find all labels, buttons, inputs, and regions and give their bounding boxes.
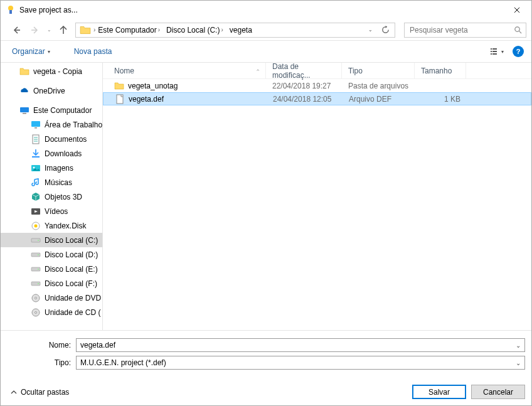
tree-item[interactable]: Vídeos xyxy=(1,204,102,218)
file-type: Arquivo DEF xyxy=(343,95,415,104)
file-date: 24/04/2018 12:05 xyxy=(267,95,343,104)
search-input[interactable] xyxy=(408,25,514,35)
view-options-button[interactable]: ▾ xyxy=(489,45,505,58)
column-name[interactable]: Nome^ xyxy=(103,63,266,78)
new-folder-button[interactable]: Nova pasta xyxy=(70,45,116,58)
svg-rect-4 xyxy=(492,48,497,50)
chevron-down-icon[interactable]: ⌄ xyxy=(516,342,521,349)
breadcrumb-segment[interactable]: Este Computador› xyxy=(95,24,162,36)
tree-item-label: Objetos 3D xyxy=(45,193,82,201)
navigation-bar: ⌄ › Este Computador› Disco Local (C:)› v… xyxy=(1,19,531,41)
tree-item[interactable]: Este Computador xyxy=(1,103,102,117)
tree-item-label: Yandex.Disk xyxy=(45,222,86,230)
search-box[interactable] xyxy=(404,23,526,38)
svg-rect-26 xyxy=(31,282,40,286)
disk-icon xyxy=(31,250,41,260)
search-icon xyxy=(514,26,522,34)
tree-item[interactable]: Disco Local (C:) xyxy=(1,233,102,247)
tree-item-label: Área de Trabalho xyxy=(45,120,102,129)
tree-item[interactable]: Músicas xyxy=(1,175,102,190)
pc-icon xyxy=(19,105,29,115)
svg-point-31 xyxy=(35,311,37,313)
hide-folders-button[interactable]: Ocultar pastas xyxy=(7,388,69,397)
organize-button[interactable]: Organizar ▾ xyxy=(8,45,54,58)
svg-point-2 xyxy=(515,27,519,31)
file-type: Pasta de arquivos xyxy=(342,82,415,90)
svg-rect-5 xyxy=(491,51,492,52)
cancel-button[interactable]: Cancelar xyxy=(471,385,525,399)
tree-item[interactable]: Área de Trabalho xyxy=(1,117,102,132)
tree-item[interactable]: Disco Local (D:) xyxy=(1,247,102,262)
tree-item[interactable]: Imagens xyxy=(1,161,102,175)
toolbar: Organizar ▾ Nova pasta ▾ ? xyxy=(1,41,531,62)
file-size: 1 KB xyxy=(415,95,467,104)
tree-item-label: Downloads xyxy=(45,149,82,158)
svg-rect-24 xyxy=(31,267,40,271)
folder-icon xyxy=(80,24,91,36)
tree-item-label: Disco Local (D:) xyxy=(45,250,98,259)
tree-item[interactable]: Documentos xyxy=(1,132,102,146)
tree-item-label: OneDrive xyxy=(33,87,65,95)
bottom-panel: Nome: vegeta.def ⌄ Tipo: M.U.G.E.N. proj… xyxy=(1,330,531,405)
chevron-right-icon: › xyxy=(221,26,223,33)
filename-input[interactable]: vegeta.def ⌄ xyxy=(76,338,525,352)
column-type[interactable]: Tipo xyxy=(342,63,415,78)
breadcrumb-segment[interactable]: vegeta xyxy=(227,24,255,36)
disk-icon xyxy=(31,264,41,274)
folder-tree[interactable]: vegeta - CopiaOneDriveEste ComputadorÁre… xyxy=(1,63,103,330)
tree-item[interactable]: Downloads xyxy=(1,146,102,161)
breadcrumb-segment[interactable]: Disco Local (C:)› xyxy=(164,24,226,36)
chevron-right-icon: › xyxy=(158,26,160,33)
folder-icon xyxy=(114,81,124,91)
address-bar[interactable]: › Este Computador› Disco Local (C:)› veg… xyxy=(75,23,395,38)
close-icon xyxy=(514,7,520,13)
chevron-down-icon[interactable]: ⌄ xyxy=(47,27,51,33)
column-modified[interactable]: Data de modificaç... xyxy=(266,63,342,78)
address-dropdown[interactable]: ⌄ xyxy=(363,24,377,36)
folder-icon xyxy=(19,67,29,77)
svg-rect-7 xyxy=(491,53,492,55)
column-headers: Nome^ Data de modificaç... Tipo Tamanho xyxy=(103,63,531,79)
tree-item[interactable]: Disco Local (F:) xyxy=(1,276,102,291)
svg-point-19 xyxy=(35,224,38,227)
videos-icon xyxy=(31,206,41,216)
save-button[interactable]: Salvar xyxy=(412,385,466,399)
chevron-down-icon: ▾ xyxy=(48,49,50,55)
tree-item-label: Unidade de CD ( xyxy=(45,308,100,317)
tree-item[interactable]: Yandex.Disk xyxy=(1,218,102,233)
refresh-button[interactable] xyxy=(378,24,392,36)
view-icon xyxy=(490,47,500,56)
svg-rect-6 xyxy=(492,51,497,52)
tree-item[interactable]: Unidade de DVD ( xyxy=(1,291,102,305)
tree-item-label: Disco Local (C:) xyxy=(45,236,98,245)
help-button[interactable]: ? xyxy=(513,46,524,57)
chevron-down-icon: ⌄ xyxy=(516,360,521,366)
chevron-down-icon: ⌄ xyxy=(368,27,373,33)
docs-icon xyxy=(31,134,41,144)
tree-item[interactable]: Objetos 3D xyxy=(1,190,102,204)
svg-rect-1 xyxy=(9,10,12,14)
filetype-select[interactable]: M.U.G.E.N. project (*.def) ⌄ xyxy=(76,356,525,370)
filename-label: Nome: xyxy=(7,341,76,350)
tree-item[interactable]: Unidade de CD ( xyxy=(1,305,102,319)
close-button[interactable] xyxy=(503,1,531,19)
file-row[interactable]: vegeta_unotag22/04/2018 19:27Pasta de ar… xyxy=(103,79,531,92)
tree-item[interactable]: vegeta - Copia xyxy=(1,64,102,78)
tree-item-label: Imagens xyxy=(45,164,73,173)
column-size[interactable]: Tamanho xyxy=(415,63,466,78)
tree-item[interactable]: OneDrive xyxy=(1,83,102,98)
svg-rect-8 xyxy=(492,53,497,55)
file-row[interactable]: vegeta.def24/04/2018 12:05Arquivo DEF1 K… xyxy=(103,92,531,105)
up-button[interactable] xyxy=(56,23,70,37)
tree-item[interactable]: Disco Local (E:) xyxy=(1,262,102,276)
svg-rect-14 xyxy=(32,156,40,158)
forward-button[interactable] xyxy=(28,23,42,37)
chevron-up-icon xyxy=(11,389,17,395)
back-button[interactable] xyxy=(9,23,23,37)
save-as-dialog: Save project as... ⌄ › Este Computador› … xyxy=(0,0,532,406)
file-date: 22/04/2018 19:27 xyxy=(266,82,342,90)
desktop-icon xyxy=(31,120,41,130)
titlebar: Save project as... xyxy=(1,1,531,19)
tree-item-label: Vídeos xyxy=(45,207,68,216)
file-icon xyxy=(115,94,125,104)
